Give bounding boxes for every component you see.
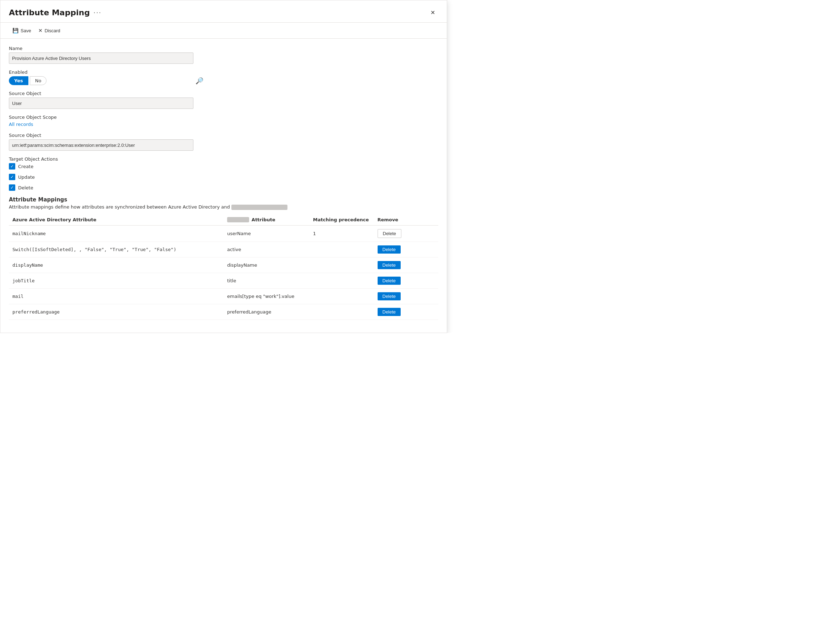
table-cell-attr: displayName (223, 257, 310, 273)
table-row: displayNamedisplayNameDelete (9, 257, 438, 273)
target-object-input[interactable] (9, 139, 193, 151)
desc-blurred (231, 205, 288, 210)
attr-col-suffix: Attribute (252, 217, 275, 223)
table-cell-match (310, 273, 374, 289)
table-cell-aad: Switch([IsSoftDeleted], , "False", "True… (9, 242, 223, 257)
delete-row-button[interactable]: Delete (378, 292, 401, 300)
table-cell-attr: emails[type eq "work"].value (223, 289, 310, 304)
update-checkbox-row: Update (9, 174, 438, 180)
table-cell-match: 1 (310, 226, 374, 242)
table-cell-match (310, 257, 374, 273)
target-actions-field-group: Target Object Actions Create Update Dele… (9, 156, 438, 191)
enabled-toggle[interactable]: Yes No (9, 76, 46, 85)
name-field-group: Name (9, 46, 438, 64)
source-scope-label: Source Object Scope (9, 115, 438, 120)
table-row: preferredLanguagepreferredLanguageDelete (9, 304, 438, 320)
table-cell-attr: preferredLanguage (223, 304, 310, 320)
table-cell-remove: Delete (374, 226, 439, 242)
create-checkbox[interactable] (9, 163, 15, 169)
delete-checkbox-row: Delete (9, 185, 438, 191)
attribute-mapping-dialog: Attribute Mapping ··· ✕ 💾 Save ✕ Discard… (0, 0, 447, 333)
table-row: mailNicknameuserName1Delete (9, 226, 438, 242)
attr-mappings-title: Attribute Mappings (9, 196, 438, 203)
source-object-field-group: Source Object (9, 91, 438, 109)
enabled-label: Enabled (9, 69, 438, 75)
table-cell-remove: Delete (374, 304, 439, 320)
delete-label: Delete (18, 185, 33, 190)
table-cell-aad: mail (9, 289, 223, 304)
table-row: jobTitletitleDelete (9, 273, 438, 289)
table-cell-remove: Delete (374, 242, 439, 257)
create-checkbox-row: Create (9, 163, 438, 169)
dialog-header: Attribute Mapping ··· ✕ (0, 0, 447, 23)
discard-label: Discard (45, 28, 60, 33)
table-header-row: Azure Active Directory Attribute Attribu… (9, 214, 438, 226)
col-header-aad: Azure Active Directory Attribute (9, 214, 223, 226)
more-options-icon[interactable]: ··· (93, 9, 101, 16)
source-scope-field-group: Source Object Scope All records (9, 115, 438, 127)
table-cell-match (310, 304, 374, 320)
col-header-match: Matching precedence (310, 214, 374, 226)
table-cell-aad: displayName (9, 257, 223, 273)
table-cell-match (310, 242, 374, 257)
table-cell-attr: userName (223, 226, 310, 242)
table-row: mailemails[type eq "work"].valueDelete (9, 289, 438, 304)
table-cell-remove: Delete (374, 257, 439, 273)
update-checkbox[interactable] (9, 174, 15, 180)
table-cell-remove: Delete (374, 289, 439, 304)
toolbar: 💾 Save ✕ Discard (0, 23, 447, 39)
save-label: Save (21, 28, 31, 33)
delete-row-button[interactable]: Delete (378, 261, 401, 269)
table-cell-aad: preferredLanguage (9, 304, 223, 320)
save-button[interactable]: 💾 Save (9, 25, 35, 35)
attribute-mappings-section: Attribute Mappings Attribute mappings de… (9, 196, 438, 320)
table-row: Switch([IsSoftDeleted], , "False", "True… (9, 242, 438, 257)
table-cell-attr: active (223, 242, 310, 257)
source-object-label: Source Object (9, 91, 438, 96)
delete-row-button[interactable]: Delete (378, 245, 401, 254)
col-header-remove: Remove (374, 214, 439, 226)
table-cell-aad: jobTitle (9, 273, 223, 289)
enabled-field-group: Enabled Yes No 🔎 (9, 69, 438, 85)
target-object-label: Source Object (9, 133, 438, 138)
zoom-icon[interactable]: 🔎 (196, 77, 203, 84)
create-label: Create (18, 164, 33, 169)
attr-col-blurred-header (227, 217, 249, 223)
delete-row-button[interactable]: Delete (378, 229, 402, 238)
save-icon: 💾 (13, 28, 19, 33)
delete-row-button[interactable]: Delete (378, 276, 401, 285)
target-object-field-group: Source Object (9, 133, 438, 151)
table-cell-remove: Delete (374, 273, 439, 289)
source-object-input[interactable] (9, 98, 193, 109)
name-label: Name (9, 46, 438, 51)
name-input[interactable] (9, 52, 193, 64)
table-cell-match (310, 289, 374, 304)
table-cell-attr: title (223, 273, 310, 289)
toggle-no[interactable]: No (30, 76, 47, 85)
attr-mapping-table: Azure Active Directory Attribute Attribu… (9, 214, 438, 320)
close-button[interactable]: ✕ (427, 7, 438, 18)
attr-mappings-desc: Attribute mappings define how attributes… (9, 204, 438, 210)
all-records-link[interactable]: All records (9, 122, 33, 127)
toggle-yes[interactable]: Yes (9, 76, 28, 85)
form-content: Name Enabled Yes No 🔎 Source Object Sour… (0, 39, 447, 333)
col-header-attr: Attribute (223, 214, 310, 226)
discard-button[interactable]: ✕ Discard (35, 25, 64, 35)
dialog-title: Attribute Mapping (9, 8, 90, 17)
delete-row-button[interactable]: Delete (378, 308, 401, 316)
delete-checkbox[interactable] (9, 185, 15, 191)
table-cell-aad: mailNickname (9, 226, 223, 242)
desc-prefix: Attribute mappings define how attributes… (9, 204, 231, 210)
title-row: Attribute Mapping ··· (9, 8, 101, 17)
update-label: Update (18, 174, 35, 180)
target-actions-label: Target Object Actions (9, 156, 438, 162)
discard-icon: ✕ (38, 28, 43, 33)
